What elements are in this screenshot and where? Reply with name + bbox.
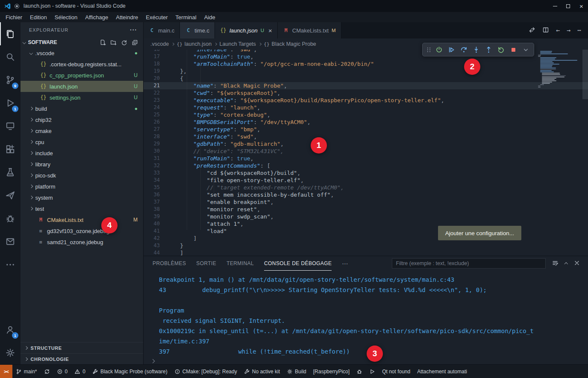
- open-changes-button[interactable]: [529, 27, 535, 35]
- activity-settings-icon[interactable]: [0, 341, 21, 364]
- debug-step-into-button[interactable]: [470, 44, 482, 55]
- menu-terminal[interactable]: Terminal: [172, 12, 200, 22]
- debug-step-over-button[interactable]: [458, 44, 470, 55]
- tree-item-platform[interactable]: platform: [21, 181, 143, 192]
- tree-item-c-cpp-properties-json[interactable]: {}c_cpp_properties.jsonU: [21, 70, 143, 81]
- debug-stop-dropdown[interactable]: [520, 44, 532, 55]
- cmake-kit-item[interactable]: No active kit: [241, 365, 283, 378]
- activity-explorer-icon[interactable]: [0, 22, 21, 45]
- breadcrumb-item-black-magic-probe[interactable]: {}Black Magic Probe: [264, 41, 316, 47]
- debug-restart-button[interactable]: [495, 44, 507, 55]
- section-chronologie[interactable]: CHRONOLOGIE: [21, 353, 143, 364]
- tree-item-settings-json[interactable]: {}settings.jsonU: [21, 92, 143, 103]
- debug-icon-item[interactable]: [353, 365, 366, 378]
- git-branch-item[interactable]: main*: [12, 365, 41, 378]
- menu-fichier[interactable]: Fichier: [2, 12, 26, 22]
- tree-item-samd21-ozone-jdebug[interactable]: ≡samd21_ozone.jdebug: [21, 236, 143, 248]
- activity-extension-plane-icon[interactable]: [0, 184, 21, 207]
- problems-errors[interactable]: 0: [53, 365, 71, 378]
- tree-item-library[interactable]: library: [21, 159, 143, 170]
- qt-status-item[interactable]: Qt not found: [379, 365, 414, 378]
- sync-item[interactable]: [41, 365, 53, 378]
- sidebar-more-actions-button[interactable]: ···: [130, 27, 137, 33]
- add-configuration-button[interactable]: Ajouter une configuration...: [438, 226, 521, 240]
- tree-item-cmake[interactable]: cmake: [21, 125, 143, 136]
- tree-item-gd32vf103-ozone-jdebug[interactable]: ≡gd32vf103_ozone.jdebug: [21, 225, 143, 236]
- debug-stop-button[interactable]: [508, 44, 519, 55]
- workspace-section-header[interactable]: SOFTWARE: [21, 37, 143, 47]
- refresh-explorer-button[interactable]: [120, 38, 128, 47]
- tree-item-cortex-debug-registers-stat[interactable]: {}.cortex-debug.registers.stat...: [21, 59, 143, 70]
- split-editor-button[interactable]: [542, 27, 549, 35]
- tab-cmakelists-txt[interactable]: MCMakeLists.txtM: [278, 22, 341, 38]
- minimap[interactable]: [536, 51, 581, 88]
- close-panel-button[interactable]: [573, 260, 580, 268]
- activity-accounts-icon[interactable]: 1: [0, 318, 21, 341]
- maximize-panel-button[interactable]: [564, 263, 567, 266]
- debug-run-button[interactable]: [446, 44, 457, 55]
- clear-console-button[interactable]: [552, 260, 559, 268]
- tree-item-include[interactable]: include: [21, 148, 143, 159]
- panel-tab-sortie[interactable]: SORTIE: [196, 256, 216, 271]
- navigate-forward-button[interactable]: →: [567, 27, 570, 34]
- menu-atteindre[interactable]: Atteindre: [112, 12, 142, 22]
- breadcrumb-item-launch-targets[interactable]: Launch Targets: [220, 41, 256, 47]
- tree-item-launch-json[interactable]: {}launch.jsonU: [21, 81, 143, 92]
- activity-extension-mail-icon[interactable]: [0, 230, 21, 253]
- cmake-variant-item[interactable]: [RaspberryPico]: [310, 365, 353, 378]
- menu-ex-cuter[interactable]: Exécuter: [142, 12, 171, 22]
- new-file-button[interactable]: [98, 38, 107, 47]
- editor-more-actions-button[interactable]: ⋯: [577, 27, 581, 34]
- collapse-folders-button[interactable]: [130, 38, 139, 47]
- menu-affichage[interactable]: Affichage: [81, 12, 112, 22]
- maximize-button[interactable]: [562, 0, 575, 12]
- close-tab-icon[interactable]: ×: [268, 27, 272, 34]
- panel-tab-probl-mes[interactable]: PROBLÈMES: [153, 256, 186, 271]
- activity-test-explorer-icon[interactable]: [0, 161, 21, 184]
- debug-target-item[interactable]: Black Magic Probe (software): [89, 365, 171, 378]
- tree-item-test[interactable]: test: [21, 203, 143, 214]
- debug-continue-button[interactable]: [433, 44, 445, 55]
- section-structure[interactable]: STRUCTURE: [21, 342, 143, 353]
- breadcrumb-item-vscode[interactable]: .vscode: [150, 41, 169, 47]
- tab-time-c[interactable]: Ctime.c: [180, 22, 215, 38]
- tree-item-vscode[interactable]: .vscode●: [21, 47, 143, 59]
- activity-source-control-icon[interactable]: 9: [0, 68, 21, 92]
- activity-extensions-icon[interactable]: [0, 138, 21, 161]
- breadcrumb-item-launch-json[interactable]: {}launch.json: [177, 41, 212, 47]
- debug-step-out-button[interactable]: [483, 44, 494, 55]
- menu-aide[interactable]: Aide: [200, 12, 219, 22]
- panel-tab-terminal[interactable]: TERMINAL: [226, 256, 254, 271]
- tab-main-c[interactable]: Cmain.c: [144, 22, 180, 38]
- cmake-status-item[interactable]: CMake: [Debug]: Ready: [171, 365, 241, 378]
- cmake-build-item[interactable]: Build: [283, 365, 310, 378]
- debug-drag-handle[interactable]: [425, 44, 432, 55]
- tree-item-chip32[interactable]: chip32: [21, 114, 143, 125]
- minimize-button[interactable]: [548, 0, 562, 12]
- activity-extension-bug-icon[interactable]: [0, 207, 21, 230]
- activity-more-views-icon[interactable]: [0, 253, 21, 276]
- auto-attach-item[interactable]: Attachement automati: [414, 365, 470, 378]
- activity-run-and-debug-icon[interactable]: 1: [0, 92, 21, 115]
- menu-edition[interactable]: Edition: [26, 12, 51, 22]
- activity-search-icon[interactable]: [0, 45, 21, 68]
- navigate-back-button[interactable]: ←: [556, 27, 560, 34]
- new-folder-button[interactable]: [109, 38, 118, 47]
- tree-item-cpu[interactable]: cpu: [21, 136, 143, 148]
- remote-indicator[interactable]: ><: [0, 365, 12, 378]
- editor-scrollbar-thumb[interactable]: [582, 50, 588, 99]
- activity-remote-explorer-icon[interactable]: [0, 115, 21, 138]
- problems-warnings[interactable]: 0: [71, 365, 89, 378]
- tab-launch-json[interactable]: {}launch.jsonU×: [215, 22, 278, 38]
- code-editor[interactable]: 16"interface": "swd",17"runToMain": true…: [144, 50, 588, 256]
- panel-tab-console-de-d-bogage[interactable]: CONSOLE DE DÉBOGAGE: [264, 256, 332, 271]
- run-icon-item[interactable]: [366, 365, 379, 378]
- tree-item-system[interactable]: system: [21, 192, 143, 203]
- tree-item-pico-sdk[interactable]: pico-sdk: [21, 170, 143, 181]
- debug-console-output[interactable]: Breakpoint 1, main () at /mnt/data/git/o…: [144, 271, 588, 364]
- menu-s-lection[interactable]: Sélection: [51, 12, 81, 22]
- panel-more-actions-button[interactable]: ···: [342, 260, 348, 267]
- close-button[interactable]: ×: [575, 0, 588, 12]
- console-filter-input[interactable]: [392, 258, 546, 269]
- tree-item-cmakelists-txt[interactable]: MCMakeLists.txtM: [21, 214, 143, 225]
